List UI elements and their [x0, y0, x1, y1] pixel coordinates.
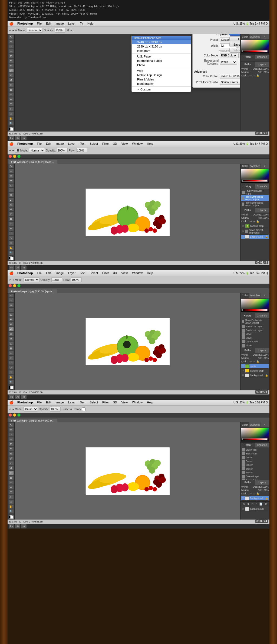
dropdown-item-0[interactable]: 3240 px X 3240 px — [132, 40, 191, 44]
colors-4[interactable] — [9, 515, 14, 519]
tool2-eraser[interactable]: ◻ — [8, 212, 14, 216]
menu-image-1[interactable]: Image — [55, 22, 65, 25]
menu-view-3[interactable]: View — [121, 271, 129, 275]
min-btn-3[interactable] — [13, 284, 16, 287]
paths-tab-3[interactable]: Paths — [240, 348, 255, 353]
tool-hand[interactable]: ✋ — [8, 116, 14, 121]
apple-logo-2[interactable]: 🍎 — [9, 142, 14, 146]
h3-0[interactable]: Place Embedded Smart Object — [241, 319, 269, 325]
eye4-bg2[interactable]: 👁 — [242, 508, 245, 510]
tool-move[interactable]: ↖ — [8, 35, 14, 39]
apple-logo-3[interactable]: 🍎 — [9, 271, 14, 275]
channels-tab-2[interactable]: Channels — [255, 184, 270, 189]
tool3-dodge[interactable]: ○ — [8, 351, 14, 355]
tool3-hbrush[interactable]: ↺ — [8, 337, 14, 341]
menu-3d-4[interactable]: 3D — [112, 400, 118, 404]
tool2-text[interactable]: T — [8, 231, 14, 236]
bg-contents-select[interactable]: White — [220, 60, 237, 65]
menu-3d-3[interactable]: 3D — [112, 271, 118, 275]
eye-icon-2-1[interactable]: 👁 — [242, 230, 244, 233]
taskbar2-icon-3[interactable]: In — [21, 265, 27, 270]
dropdown-item-photo[interactable]: Photo — [132, 63, 191, 67]
color-swatch-2[interactable] — [241, 169, 269, 183]
layer-4-bg2[interactable]: 👁 Background0 — [241, 507, 269, 511]
tool3-select[interactable]: ▭ — [8, 298, 14, 302]
max-btn-2[interactable] — [17, 155, 21, 158]
toolbar4-opacity-input[interactable] — [50, 407, 61, 412]
history-tab-2[interactable]: History — [240, 184, 255, 189]
channels-tab-3[interactable]: Channels — [255, 313, 270, 318]
delete-preset-button[interactable]: Delete Preset... — [229, 48, 240, 53]
min-btn-2[interactable] — [13, 155, 16, 158]
tool4-clone[interactable]: ⊙ — [8, 461, 14, 466]
h4-4[interactable]: Eraser — [241, 463, 269, 467]
menu-image-3[interactable]: Image — [55, 271, 65, 275]
tool4-spot[interactable]: ⊕ — [8, 451, 14, 456]
h4-3[interactable]: Eraser — [241, 459, 269, 463]
dropdown-item-film[interactable]: Film & Video — [132, 77, 191, 82]
toolbar2-flow-input[interactable] — [76, 148, 87, 153]
toolbar3-mode-select[interactable]: Normal — [24, 277, 39, 282]
taskbar-icon-1[interactable]: Ps — [9, 136, 14, 140]
taskbar3-icon-1[interactable]: Ps — [9, 395, 14, 399]
toolbar3-flow-input[interactable] — [71, 277, 82, 282]
tool-eyedropper[interactable]: ✒ — [8, 59, 14, 63]
dropdown-item-intl-paper[interactable]: International Paper — [132, 59, 191, 63]
tool4-text[interactable]: T — [8, 490, 14, 494]
h4-6[interactable]: Eraser — [241, 471, 269, 474]
history-item-2-2[interactable]: Place Embedded Smart Object — [241, 201, 269, 207]
apple-logo-icon[interactable]: 🍎 — [9, 22, 14, 26]
tool3-crop[interactable]: ⊡ — [8, 313, 14, 317]
taskbar2-icon-2[interactable]: Ai — [15, 265, 20, 270]
menu-layer-1[interactable]: Layer — [67, 22, 77, 25]
eye-icon-2-0[interactable]: 👁 — [242, 225, 245, 227]
tool2-rect[interactable]: □ — [8, 241, 14, 245]
color-swatch-4[interactable] — [241, 428, 269, 441]
tool2-spot[interactable]: ⊕ — [8, 193, 14, 197]
red-spectrum-3[interactable] — [242, 309, 268, 311]
tool4-wand[interactable]: ✦ — [8, 437, 14, 441]
add-layer-btn[interactable]: ⊕ — [243, 503, 245, 505]
tool2-gradient[interactable]: ▦ — [8, 217, 14, 221]
menu-view-2[interactable]: View — [121, 142, 129, 146]
apple-logo-4[interactable]: 🍎 — [9, 400, 14, 404]
menu-text-2[interactable]: Text — [79, 142, 86, 146]
menu-edit-3[interactable]: Edit — [45, 271, 52, 275]
new-layer-btn[interactable]: 📄 — [259, 503, 262, 505]
colormode-select[interactable]: RGB Color — [220, 53, 237, 58]
menu-layer-3[interactable]: Layer — [67, 271, 77, 275]
color-swatch[interactable] — [241, 40, 269, 53]
layer-3-bg[interactable]: 👁 Background 🔒 — [241, 373, 269, 378]
menu-file-4[interactable]: File — [36, 400, 42, 404]
tool4-dodge[interactable]: ○ — [8, 480, 14, 485]
tool-zoom[interactable]: 🔍 — [8, 121, 14, 126]
menu-type-1[interactable]: Ty — [79, 22, 84, 25]
menu-filter-3[interactable]: Filter — [101, 271, 110, 275]
tool-spot-heal[interactable]: ⊕ — [8, 63, 14, 68]
tool3-rect[interactable]: □ — [8, 370, 14, 375]
add-style-btn[interactable]: ƒ — [255, 503, 257, 505]
tool3-spot[interactable]: ⊕ — [8, 322, 14, 326]
menu-file-1[interactable]: File — [36, 22, 42, 25]
tool4-select[interactable]: ▭ — [8, 427, 14, 432]
pixel-aspect-select[interactable]: Square Pixels — [220, 80, 240, 85]
tool3-lasso[interactable]: ⊃ — [8, 303, 14, 307]
menu-help-1[interactable]: Help — [87, 22, 94, 25]
close-panel-2[interactable]: × — [260, 164, 269, 168]
menu-file-2[interactable]: File — [36, 142, 42, 146]
bitdepth-select[interactable]: 8 bit — [238, 53, 240, 58]
toolbar-opacity-input[interactable] — [55, 28, 65, 33]
menu-3d-2[interactable]: 3D — [112, 142, 118, 146]
tool3-wand[interactable]: ✦ — [8, 308, 14, 312]
eye3-1[interactable]: 👁 — [242, 369, 245, 372]
h3-4[interactable]: Move — [241, 336, 269, 340]
tab-fruit-4[interactable]: Fruit-Wallpaper-1.jpg @ 33.3% (RGB/8#) * — [9, 419, 57, 422]
tool4-rect[interactable]: □ — [8, 500, 14, 504]
tool4-hand[interactable]: ✋ — [8, 504, 14, 509]
color-profile-select[interactable]: sRGB IEC61966-2.1 — [220, 74, 240, 79]
history-item-2-1[interactable]: Place Embedded Smart Object — [241, 195, 269, 201]
h3-5[interactable]: Layer Order — [241, 340, 269, 343]
swatches-tab[interactable]: Swatches — [249, 34, 260, 39]
menu-edit-2[interactable]: Edit — [45, 142, 52, 146]
tool4-hbrush[interactable]: ↺ — [8, 466, 14, 470]
